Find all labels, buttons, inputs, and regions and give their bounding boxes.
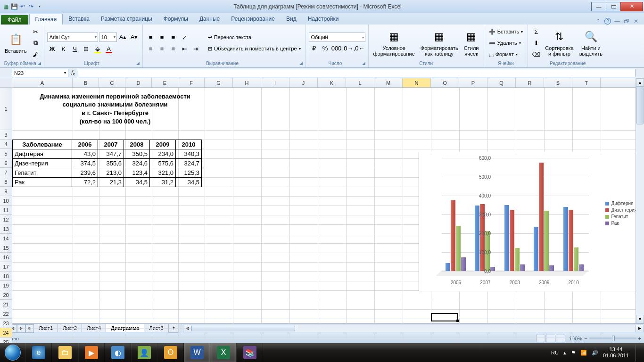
find-select-button[interactable]: 🔍Найти и выделить xyxy=(578,28,604,58)
task-app2[interactable]: 👤 xyxy=(131,343,157,362)
workbook-minimize-icon[interactable]: — xyxy=(614,18,620,25)
col-header[interactable]: B xyxy=(73,78,99,87)
dialog-launcher-icon[interactable]: ◢ xyxy=(299,61,303,66)
col-header[interactable]: S xyxy=(544,78,572,87)
start-button[interactable] xyxy=(0,343,25,362)
task-explorer[interactable]: 🗀 xyxy=(52,343,78,362)
tray-clock[interactable]: 13:44 01.06.2011 xyxy=(603,346,629,359)
task-outlook[interactable]: O xyxy=(157,343,184,362)
show-desktop-button[interactable] xyxy=(636,344,640,362)
italic-button[interactable]: К xyxy=(58,44,69,54)
conditional-formatting-button[interactable]: ▦Условное форматирование xyxy=(372,28,417,58)
autosum-button[interactable]: Σ xyxy=(531,26,541,37)
ribbon-tab-7[interactable]: Надстройки xyxy=(302,14,345,25)
align-top-button[interactable]: ≡ xyxy=(146,32,156,42)
row-header[interactable]: 22 xyxy=(0,309,12,319)
underline-button[interactable]: Ч xyxy=(70,44,80,54)
format-cells-button[interactable]: ⬚Формат▾ xyxy=(487,49,525,59)
ribbon-tab-0[interactable]: Главная xyxy=(29,14,63,25)
row-header[interactable]: 15 xyxy=(0,243,12,253)
ribbon-tab-6[interactable]: Вид xyxy=(281,14,302,25)
font-size-combo[interactable]: 10▾ xyxy=(99,33,117,42)
col-header[interactable]: M xyxy=(374,78,403,87)
bold-button[interactable]: Ж xyxy=(47,44,58,54)
name-box[interactable]: N23▾ xyxy=(12,69,68,77)
vertical-scrollbar[interactable]: ▲ ▼ xyxy=(636,78,644,323)
zoom-slider[interactable] xyxy=(589,337,636,339)
row-headers[interactable]: 1345678910111213141516171819202122232425 xyxy=(0,88,12,347)
help-icon[interactable]: ? xyxy=(604,18,611,25)
column-headers[interactable]: ABCDEFGHIJKLMNOPQRST xyxy=(12,78,636,88)
row-header[interactable]: 10 xyxy=(0,196,12,206)
row-header[interactable]: 11 xyxy=(0,206,12,215)
increase-decimal-button[interactable]: ,0→ xyxy=(343,43,353,53)
col-header[interactable]: D xyxy=(125,78,152,87)
cut-button[interactable]: ✂ xyxy=(31,26,41,37)
row-header[interactable]: 21 xyxy=(0,300,12,309)
ribbon-tab-4[interactable]: Данные xyxy=(194,14,225,25)
maximize-button[interactable]: 🗖 xyxy=(606,2,621,11)
embedded-chart[interactable]: 0,0100,0200,0300,0400,0500,0600,0 200620… xyxy=(419,152,636,291)
paste-button[interactable]: 📋 Вставить xyxy=(3,31,29,55)
copy-button[interactable]: ⧉ xyxy=(31,38,41,48)
percent-format-button[interactable]: % xyxy=(320,43,330,53)
row-header[interactable]: 1 xyxy=(0,88,12,130)
tray-volume-icon[interactable]: 🔊 xyxy=(592,350,598,356)
ribbon-tab-1[interactable]: Вставка xyxy=(63,14,95,25)
file-tab[interactable]: Файл xyxy=(1,15,28,25)
qat-customize-icon[interactable]: ▾ xyxy=(36,3,43,10)
task-ie[interactable]: e xyxy=(25,343,52,362)
task-excel[interactable]: X xyxy=(210,343,237,362)
task-winrar[interactable]: 📚 xyxy=(237,343,263,362)
sort-filter-button[interactable]: ⇅Сортировка и фильтр xyxy=(543,28,575,58)
row-header[interactable]: 6 xyxy=(0,158,12,168)
scroll-thumb[interactable] xyxy=(636,87,644,124)
dialog-launcher-icon[interactable]: ◢ xyxy=(362,61,365,66)
task-app1[interactable]: ◐ xyxy=(105,343,131,362)
scroll-right-button[interactable]: ▶ xyxy=(636,325,644,332)
row-header[interactable]: 24 xyxy=(0,328,12,337)
increase-indent-button[interactable]: ⇥ xyxy=(191,43,201,54)
border-button[interactable]: ⊞ xyxy=(81,44,91,54)
insert-cells-button[interactable]: ➕Вставить▾ xyxy=(487,26,525,37)
formula-bar[interactable] xyxy=(78,69,636,77)
dialog-launcher-icon[interactable]: ◢ xyxy=(136,61,140,66)
fx-button[interactable]: fx xyxy=(68,69,78,76)
scroll-up-button[interactable]: ▲ xyxy=(636,78,644,87)
decrease-decimal-button[interactable]: ,0← xyxy=(354,43,364,53)
col-header[interactable]: H xyxy=(233,78,261,87)
col-header[interactable]: G xyxy=(205,78,233,87)
undo-icon[interactable]: ↶ xyxy=(19,3,26,10)
row-header[interactable]: 20 xyxy=(0,290,12,300)
col-header[interactable]: P xyxy=(459,78,487,87)
tray-network-icon[interactable]: 📶 xyxy=(580,350,587,356)
save-icon[interactable]: 💾 xyxy=(10,3,18,10)
accounting-format-button[interactable]: ₽ xyxy=(309,43,319,53)
orientation-button[interactable]: ⤢ xyxy=(180,32,190,42)
col-header[interactable]: Q xyxy=(487,78,516,87)
ribbon-tab-3[interactable]: Формулы xyxy=(158,14,194,25)
row-header[interactable]: 3 xyxy=(0,130,12,140)
col-header[interactable]: A xyxy=(12,78,73,87)
grow-font-button[interactable]: A▴ xyxy=(118,32,128,42)
row-header[interactable]: 13 xyxy=(0,224,12,234)
row-header[interactable]: 23 xyxy=(0,319,12,328)
font-color-button[interactable]: A xyxy=(104,44,114,54)
hscroll-thumb[interactable] xyxy=(191,326,295,331)
fill-color-button[interactable]: ⬙ xyxy=(92,44,103,54)
col-header[interactable]: N xyxy=(403,78,431,87)
col-header[interactable]: O xyxy=(431,78,459,87)
workbook-close-icon[interactable]: ✕ xyxy=(633,18,639,25)
row-header[interactable]: 7 xyxy=(0,168,12,177)
minimize-ribbon-icon[interactable]: ⌃ xyxy=(595,18,602,25)
col-header[interactable]: K xyxy=(318,78,346,87)
format-as-table-button[interactable]: ▦Форматировать как таблицу xyxy=(419,28,460,58)
minimize-button[interactable]: — xyxy=(591,2,606,11)
dialog-launcher-icon[interactable]: ◢ xyxy=(38,61,41,66)
col-header[interactable]: J xyxy=(289,78,318,87)
comma-format-button[interactable]: 000 xyxy=(331,43,342,53)
row-header[interactable]: 4 xyxy=(0,140,12,149)
row-header[interactable]: 9 xyxy=(0,187,12,196)
scroll-down-button[interactable]: ▼ xyxy=(636,315,644,323)
wrap-text-button[interactable]: ↩Перенос текста xyxy=(206,32,303,42)
